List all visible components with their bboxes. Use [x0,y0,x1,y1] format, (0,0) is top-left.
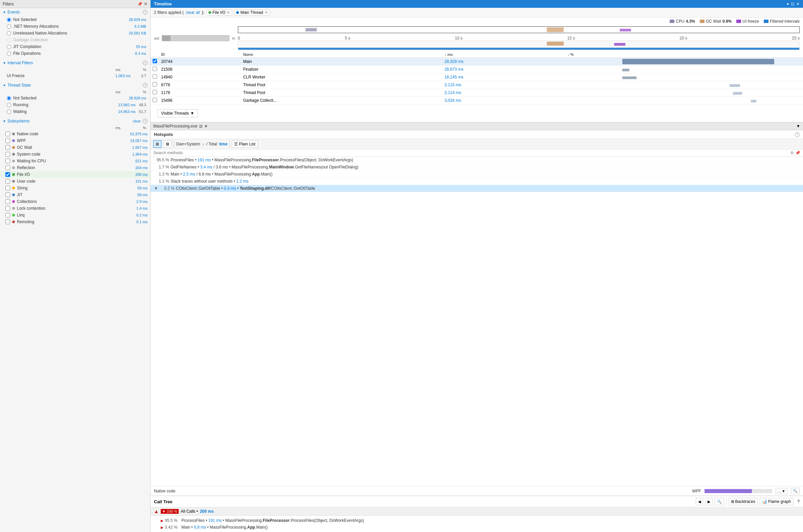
hotspot-row-1[interactable]: 95.5 % ProcessFiles • 191 ms • MassFileP… [151,157,803,164]
subsystem-jit-check[interactable] [5,192,10,197]
subsystem-remoting[interactable]: Remoting 0.1 ms [0,218,150,225]
subsystem-file-io-check[interactable] [5,172,10,177]
thread-state-not-selected-radio[interactable] [7,96,11,100]
thread-state-running[interactable]: Running 13,965 ms 48.3 [0,101,150,108]
event-file-ops[interactable]: File Operations 8.3 ms [0,50,150,57]
ct-flame-graph-btn[interactable]: 📊 Flame graph [760,498,793,505]
hotspot-row-4[interactable]: 1.1 % Stack traces without user methods … [151,178,803,185]
timeline-dock-icon[interactable]: ⊡ [791,2,794,6]
interval-filters-help-icon[interactable]: ? [143,60,148,65]
pin-icon[interactable]: 📌 [137,2,143,6]
clear-all-link[interactable]: clear all [186,10,200,15]
hotspots-help-icon[interactable]: ? [795,132,800,137]
subsystem-native-code-check[interactable] [5,132,10,136]
subsystem-waiting-cpu-check[interactable] [5,159,10,163]
subsystem-remoting-check[interactable] [5,220,10,224]
native-code-more-btn[interactable]: ... ▼ [776,488,787,494]
slider-thumb[interactable] [162,36,171,41]
col-ms[interactable]: ↓ ms [442,52,565,58]
thread-clr-worker-check[interactable] [153,74,157,79]
event-not-selected[interactable]: Not Selected 28,928 ms [0,16,150,23]
hotspot-row-2[interactable]: 1.7 % GetFileNames • 3.4 ms / 3.6 ms • M… [151,164,803,171]
search-pin-icon[interactable]: 📌 [795,151,800,155]
slider-track[interactable] [162,35,229,41]
subsystem-wpf-check[interactable] [5,138,10,143]
event-gc-radio[interactable] [7,38,11,42]
thread-finalizer-check[interactable] [153,66,157,71]
events-section-header[interactable]: ▼ Events ? [0,8,150,16]
subsystem-jit[interactable]: JIT 58 ms [0,191,150,198]
table-view-btn[interactable]: ⊞ [153,140,162,148]
thread-state-waiting-radio[interactable] [7,110,11,114]
main-thread-tag-remove[interactable]: ✕ [265,10,268,15]
col-pct[interactable]: ↓ % [565,52,620,58]
native-code-search-btn[interactable]: 🔍 [791,488,800,494]
ct-search-btn[interactable]: 🔍 [715,498,724,505]
event-not-selected-radio[interactable] [7,18,11,22]
subsystem-reflection-check[interactable] [5,165,10,170]
subsystem-waiting-cpu[interactable]: Waiting for CPU 621 ms [0,158,150,164]
file-io-tag-remove[interactable]: ✕ [227,10,230,15]
timeline-close-icon[interactable]: ✕ [796,2,800,6]
exclude-btn[interactable]: ⊠ [164,140,172,148]
subsystem-collections[interactable]: Collections 2.9 ms [0,198,150,205]
event-net-memory-radio[interactable] [7,24,11,29]
process-close-icon[interactable]: ✕ [204,124,207,129]
thread-state-not-selected[interactable]: Not Selected 28,928 ms [0,95,150,101]
ct-row-1[interactable]: ▶ 95.5 % ProcessFiles • 191 ms • MassFil… [151,517,803,524]
subsystem-wpf[interactable]: WPF 19,057 ms [0,137,150,144]
hotspot-row-5[interactable]: ▼ 0.2 % COtlsClient::GetOtlTable • 0.4 m… [151,185,803,192]
event-native-alloc[interactable]: Unreleased Native Allocations 20,581 KB [0,30,150,37]
timeline-pin-icon[interactable]: ▾ [787,2,789,6]
thread-state-help-icon[interactable]: ? [143,83,148,88]
thread-state-running-radio[interactable] [7,103,11,107]
process-tab-icon[interactable]: ⊡ [199,124,202,129]
thread-main-check[interactable] [153,59,157,63]
hotspot-row-3[interactable]: 1.3 % Main • 2.5 ms / 6.8 ms • MassFileP… [151,171,803,178]
thread-gc-check[interactable] [153,98,157,102]
thread-row-gc[interactable]: 15496 Garbage Collecti... 3,034 ms [151,97,803,104]
close-icon[interactable]: ✕ [144,1,148,6]
subsystem-native-code[interactable]: Native code 61,975 ms [0,131,150,137]
col-id[interactable]: ID [159,52,241,58]
event-native-alloc-radio[interactable] [7,31,11,36]
col-name[interactable]: Name [241,52,442,58]
visible-threads-button[interactable]: Visible Threads ▼ [157,109,198,117]
subsystem-system-code[interactable]: System code 1,364 ms [0,151,150,158]
subsystem-string-check[interactable] [5,186,10,190]
search-gear-icon[interactable]: ⚙ [790,151,794,155]
subsystem-reflection[interactable]: Reflection 204 ms [0,164,150,171]
thread-pool2-check[interactable] [153,90,157,94]
interval-filters-section-header[interactable]: ▼ Interval Filters ? [0,59,150,67]
ct-forward-btn[interactable]: ▶ [705,498,713,505]
event-file-ops-radio[interactable] [7,52,11,56]
subsystem-string[interactable]: String 59 ms [0,185,150,191]
subsystem-lock-contention[interactable]: Lock contention 1.4 ms [0,205,150,212]
plain-list-btn[interactable]: ☰ Plain List [232,140,258,148]
subsystem-file-io[interactable]: File I/O 200 ms [0,171,150,178]
subsystems-help-icon[interactable]: ? [143,119,148,124]
subsystem-lock-contention-check[interactable] [5,206,10,211]
subsystems-clear-link[interactable]: clear [133,119,141,123]
ct-row-2[interactable]: ▶ 3.42 % Main • 6.8 ms • MassFileProcess… [151,524,803,531]
thread-row-finalizer[interactable]: 21508 Finalizer 28,873 ms [151,65,803,73]
thread-state-waiting[interactable]: Waiting 14,963 ms 51.7 [0,108,150,115]
thread-row-clr-worker[interactable]: 14940 CLR Worker 18,145 ms [151,73,803,81]
thread-row-pool1[interactable]: 6776 Thread Pool 3,115 ms [151,81,803,89]
thread-pool1-check[interactable] [153,82,157,87]
event-net-memory[interactable]: .NET Memory Allocations 6.3 MB [0,23,150,30]
subsystem-gc-wait[interactable]: GC Wait 1,567 ms [0,144,150,151]
event-jit[interactable]: JIT Compilation 55 ms [0,43,150,50]
ct-back-btn[interactable]: ◀ [696,498,703,505]
search-input[interactable] [153,151,789,155]
thread-state-section-header[interactable]: ▼ Thread State ? [0,81,150,89]
thread-row-main[interactable]: 20744 Main 28,928 ms [151,58,803,65]
event-jit-radio[interactable] [7,45,11,49]
ct-backtraces-btn[interactable]: ⊞ Backtraces [729,498,758,505]
subsystem-user-code[interactable]: User code 101 ms [0,178,150,185]
subsystem-collections-check[interactable] [5,199,10,204]
subsystem-gc-wait-check[interactable] [5,145,10,150]
call-tree-help-icon[interactable]: ? [797,499,800,504]
subsystem-linq-check[interactable] [5,213,10,217]
subsystem-system-code-check[interactable] [5,152,10,157]
